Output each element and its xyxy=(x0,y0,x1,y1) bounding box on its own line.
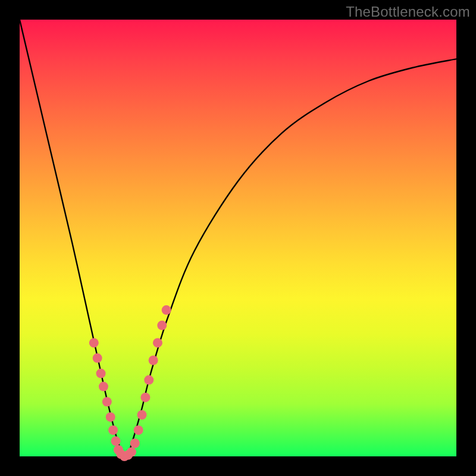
data-point xyxy=(162,305,171,315)
data-point xyxy=(127,447,136,457)
data-point xyxy=(89,338,99,347)
data-point xyxy=(93,353,102,363)
data-point xyxy=(130,439,140,448)
data-point xyxy=(108,425,118,435)
data-point xyxy=(137,410,147,419)
data-point xyxy=(102,397,112,406)
data-point xyxy=(153,338,162,347)
data-point xyxy=(106,412,115,422)
data-points xyxy=(89,305,171,461)
data-point xyxy=(157,321,167,330)
data-point xyxy=(144,375,154,385)
chart-svg xyxy=(20,20,456,456)
curve-path xyxy=(20,20,456,456)
data-point xyxy=(134,425,143,435)
data-point xyxy=(96,369,106,378)
data-point xyxy=(140,393,150,402)
bottleneck-curve xyxy=(20,20,456,456)
data-point xyxy=(149,356,158,365)
data-point xyxy=(99,382,108,392)
data-point xyxy=(111,436,120,446)
watermark-label: TheBottleneck.com xyxy=(346,4,470,20)
chart-frame: TheBottleneck.com xyxy=(0,0,476,476)
